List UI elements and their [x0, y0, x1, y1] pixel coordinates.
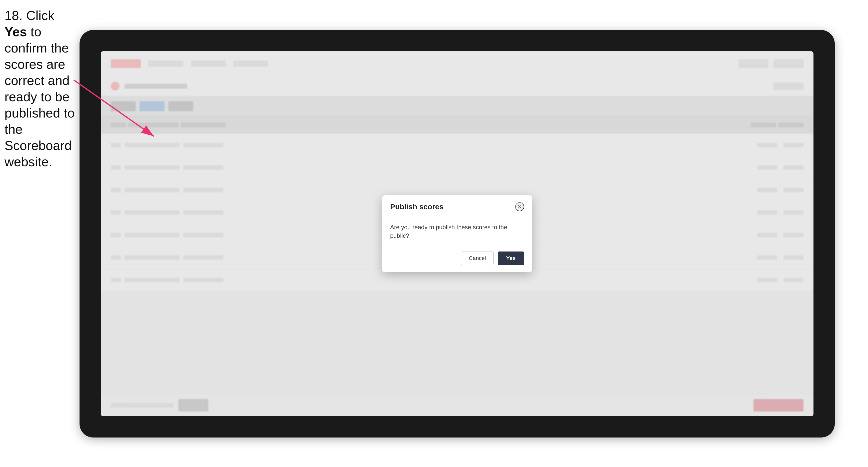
modal-footer: Cancel Yes [382, 247, 532, 272]
tablet-device: Publish scores × Are you ready to publis… [80, 30, 835, 437]
modal-message: Are you ready to publish these scores to… [390, 223, 524, 240]
modal-header: Publish scores × [382, 195, 532, 216]
modal-close-button[interactable]: × [515, 202, 524, 211]
instruction-suffix: to confirm the scores are correct and re… [4, 25, 74, 169]
modal-cancel-button[interactable]: Cancel [461, 251, 494, 265]
instruction-bold: Yes [4, 25, 27, 39]
modal-yes-button[interactable]: Yes [498, 251, 524, 265]
modal-body: Are you ready to publish these scores to… [382, 216, 532, 247]
step-number: 18. [4, 8, 23, 23]
publish-scores-modal: Publish scores × Are you ready to publis… [382, 195, 532, 272]
instruction-prefix: Click [23, 8, 54, 23]
instruction-text: 18. Click Yes to confirm the scores are … [4, 7, 77, 170]
tablet-screen: Publish scores × Are you ready to publis… [101, 51, 813, 416]
modal-title: Publish scores [390, 203, 443, 211]
